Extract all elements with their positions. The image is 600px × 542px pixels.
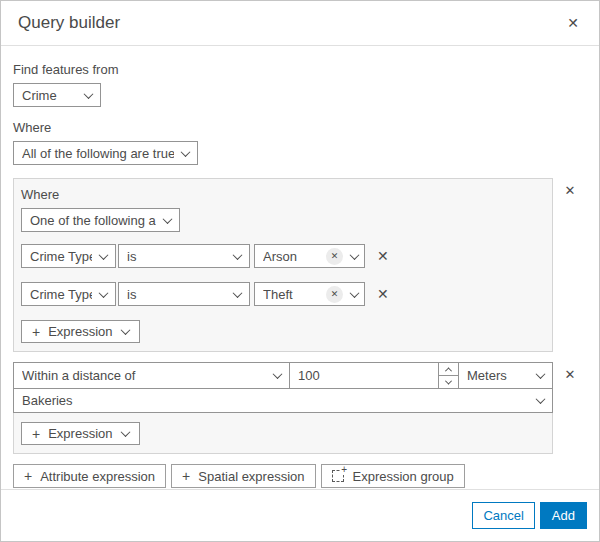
- add-expression-button[interactable]: + Expression: [21, 320, 140, 343]
- layer-select[interactable]: Crime: [13, 83, 101, 107]
- plus-icon: +: [341, 465, 348, 475]
- expression-group-label: Expression group: [353, 469, 454, 484]
- operator-select-value: is: [127, 287, 226, 302]
- plus-icon: +: [182, 468, 190, 484]
- chevron-down-icon: [120, 427, 130, 437]
- plus-icon: +: [32, 324, 40, 340]
- add-expression-group-button[interactable]: + Expression group: [321, 464, 465, 488]
- add-button[interactable]: Add: [540, 502, 587, 529]
- value-select[interactable]: Arson ✕: [254, 244, 365, 268]
- chevron-down-icon: [350, 288, 360, 298]
- value-select-value: Arson: [263, 249, 326, 264]
- chevron-down-icon: [163, 214, 173, 224]
- where-label: Where: [13, 120, 587, 135]
- builder-actions: + Attribute expression + Spatial express…: [13, 464, 587, 488]
- field-select[interactable]: Crime Type: [21, 282, 116, 306]
- distance-stepper: [438, 363, 458, 388]
- distance-input[interactable]: [290, 363, 438, 388]
- remove-group-icon[interactable]: ✕: [561, 180, 580, 201]
- chevron-down-icon: [273, 369, 283, 379]
- spatial-operator-value: Within a distance of: [22, 368, 266, 383]
- add-expression-label: Expression: [48, 426, 112, 441]
- expression-group-2-panel: Within a distance of Meters: [13, 362, 553, 454]
- attribute-expression-label: Attribute expression: [40, 469, 155, 484]
- dialog-header: Query builder ✕: [1, 1, 599, 46]
- chevron-down-icon: [99, 288, 109, 298]
- chevron-down-icon: [181, 147, 191, 157]
- value-select-value: Theft: [263, 287, 326, 302]
- add-attribute-expression-button[interactable]: + Attribute expression: [13, 464, 166, 488]
- clear-value-icon[interactable]: ✕: [326, 248, 343, 265]
- expression-row: Crime Type is Theft ✕ ✕: [21, 282, 545, 306]
- field-select[interactable]: Crime Type: [21, 244, 116, 268]
- unit-select[interactable]: Meters: [458, 362, 553, 389]
- operator-select[interactable]: is: [118, 244, 250, 268]
- find-features-label: Find features from: [13, 62, 587, 77]
- unit-select-value: Meters: [467, 368, 529, 383]
- spatial-layer-select[interactable]: Bakeries: [13, 388, 553, 413]
- spatial-layer-value: Bakeries: [22, 393, 529, 408]
- stepper-down-icon[interactable]: [439, 376, 458, 388]
- plus-icon: +: [32, 426, 40, 442]
- spatial-expression-row: Within a distance of Meters: [14, 363, 552, 389]
- stepper-up-icon[interactable]: [439, 363, 458, 376]
- remove-expression-icon[interactable]: ✕: [373, 245, 393, 267]
- expression-group-icon: +: [332, 470, 344, 482]
- chevron-down-icon: [536, 394, 546, 404]
- dialog-footer: Cancel Add: [1, 489, 599, 541]
- operator-select[interactable]: is: [118, 282, 250, 306]
- plus-icon: +: [24, 468, 32, 484]
- add-spatial-expression-button[interactable]: + Spatial expression: [171, 464, 315, 488]
- dialog-title: Query builder: [18, 13, 563, 33]
- expression-group-1-panel: Where One of the following are tr… Crime…: [13, 178, 553, 352]
- spatial-operator-select[interactable]: Within a distance of: [13, 362, 290, 389]
- add-expression-label: Expression: [48, 324, 112, 339]
- chevron-down-icon: [233, 288, 243, 298]
- field-select-value: Crime Type: [30, 287, 92, 302]
- field-select-value: Crime Type: [30, 249, 92, 264]
- dialog-body: Find features from Crime Where All of th…: [1, 46, 599, 489]
- expression-row: Crime Type is Arson ✕ ✕: [21, 244, 545, 268]
- layer-select-value: Crime: [22, 88, 77, 103]
- expression-group-2: Within a distance of Meters: [13, 362, 587, 454]
- clear-value-icon[interactable]: ✕: [326, 286, 343, 303]
- query-builder-dialog: Query builder ✕ Find features from Crime…: [0, 0, 600, 542]
- chevron-down-icon: [233, 250, 243, 260]
- expression-group-1: Where One of the following are tr… Crime…: [13, 178, 587, 352]
- close-icon[interactable]: ✕: [563, 12, 583, 34]
- chevron-down-icon: [99, 250, 109, 260]
- operator-select-value: is: [127, 249, 226, 264]
- add-expression-button[interactable]: + Expression: [21, 422, 140, 445]
- chevron-down-icon: [84, 89, 94, 99]
- match-type-value: All of the following are true: [22, 146, 174, 161]
- chevron-down-icon: [350, 250, 360, 260]
- group1-match-type-value: One of the following are tr…: [30, 213, 156, 228]
- chevron-down-icon: [536, 369, 546, 379]
- spatial-expression-label: Spatial expression: [198, 469, 304, 484]
- chevron-down-icon: [120, 325, 130, 335]
- value-select[interactable]: Theft ✕: [254, 282, 365, 306]
- remove-expression-icon[interactable]: ✕: [373, 283, 393, 305]
- cancel-button[interactable]: Cancel: [472, 502, 534, 529]
- group1-where-label: Where: [21, 187, 545, 202]
- distance-input-wrap: [289, 362, 459, 389]
- group1-match-type-select[interactable]: One of the following are tr…: [21, 208, 180, 232]
- remove-group-icon[interactable]: ✕: [561, 364, 580, 385]
- match-type-select[interactable]: All of the following are true: [13, 141, 198, 165]
